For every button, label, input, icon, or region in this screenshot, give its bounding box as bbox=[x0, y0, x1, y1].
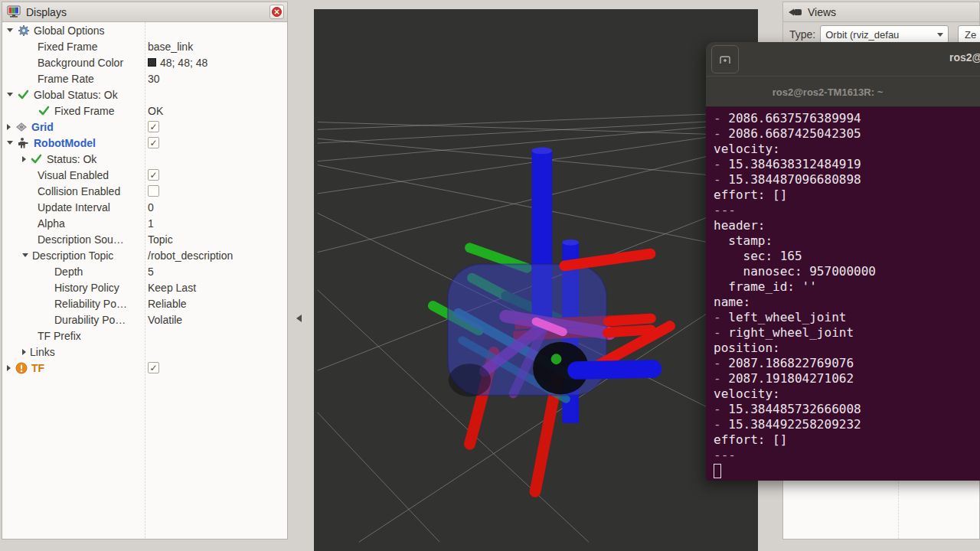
property-value[interactable]: 1 bbox=[148, 215, 154, 231]
property-value[interactable]: 48; 48; 48 bbox=[148, 54, 207, 70]
terminal-window-title: ros2@ bbox=[949, 51, 980, 64]
view-type-label: Type: bbox=[789, 28, 815, 41]
expand-collapsearrow-icon[interactable] bbox=[22, 253, 28, 257]
expand-arrow-icon[interactable] bbox=[22, 156, 26, 162]
panel-collapse-arrow-icon[interactable] bbox=[296, 315, 302, 322]
display-row-history-policy[interactable]: History PolicyKeep Last bbox=[2, 279, 287, 295]
expand-arrow-icon[interactable] bbox=[7, 124, 11, 130]
display-row-fixed-frame[interactable]: Fixed FrameOK bbox=[2, 103, 287, 119]
displays-panel-header[interactable]: Displays bbox=[2, 2, 287, 22]
terminal-titlebar[interactable]: ros2@ bbox=[706, 42, 980, 77]
expand-arrow-icon[interactable] bbox=[22, 349, 26, 355]
expand-collapsearrow-icon[interactable] bbox=[7, 93, 13, 96]
displays-panel: Displays Global OptionsFixed Framebase_l… bbox=[2, 2, 288, 540]
property-value[interactable]: Topic bbox=[148, 231, 173, 247]
display-row-background-color[interactable]: Background Color48; 48; 48 bbox=[2, 54, 287, 70]
expand-collapsearrow-icon[interactable] bbox=[7, 28, 13, 32]
new-tab-button[interactable] bbox=[711, 45, 739, 73]
robot-model-scene bbox=[314, 9, 758, 551]
terminal-line: velocity: bbox=[714, 386, 980, 402]
terminal-line: - 15.384638312484919 bbox=[714, 157, 980, 172]
display-row-collision-enabled[interactable]: Collision Enabled bbox=[2, 183, 287, 199]
display-row-depth[interactable]: Depth5 bbox=[2, 263, 287, 279]
checkbox[interactable] bbox=[148, 137, 159, 148]
check-icon bbox=[17, 89, 30, 101]
terminal-line: position: bbox=[714, 341, 980, 356]
terminal-line: - 15.384485732666008 bbox=[714, 402, 980, 417]
property-label: Durability Po… bbox=[54, 314, 126, 326]
terminal-line: name: bbox=[714, 295, 980, 310]
robot-icon bbox=[17, 137, 30, 149]
3d-viewport[interactable] bbox=[314, 9, 758, 551]
checkbox[interactable] bbox=[148, 362, 159, 373]
terminal-line: effort: [] bbox=[714, 187, 980, 203]
property-label: Update Interval bbox=[38, 201, 110, 214]
display-row-alpha[interactable]: Alpha1 bbox=[2, 215, 287, 231]
property-value[interactable] bbox=[148, 135, 159, 151]
property-value[interactable]: Reliable bbox=[148, 295, 187, 311]
terminal-line: nanosec: 957000000 bbox=[714, 264, 980, 279]
property-value[interactable]: Keep Last bbox=[148, 279, 196, 295]
display-row-global-status-ok[interactable]: Global Status: Ok bbox=[2, 86, 287, 103]
display-row-robotmodel[interactable]: RobotModel bbox=[2, 135, 287, 151]
terminal-tab[interactable]: ros2@ros2-TM1613R: ~ bbox=[706, 77, 949, 107]
property-value[interactable]: base_link bbox=[148, 38, 193, 54]
checkbox[interactable] bbox=[148, 121, 159, 132]
views-panel-title: Views bbox=[808, 6, 836, 18]
property-label: TF Prefix bbox=[38, 330, 81, 342]
property-value[interactable] bbox=[148, 183, 159, 199]
property-label: Fixed Frame bbox=[54, 105, 115, 117]
displays-tree: Global OptionsFixed Framebase_linkBackgr… bbox=[2, 22, 287, 539]
display-row-fixed-frame[interactable]: Fixed Framebase_link bbox=[2, 38, 287, 54]
display-row-grid[interactable]: Grid bbox=[2, 119, 287, 135]
property-value[interactable]: 30 bbox=[148, 70, 160, 86]
display-row-frame-rate[interactable]: Frame Rate30 bbox=[2, 70, 287, 86]
property-value[interactable]: Volatile bbox=[148, 311, 182, 328]
terminal-line: - 15.384487096680898 bbox=[714, 172, 980, 187]
property-value[interactable]: 5 bbox=[148, 263, 154, 279]
zero-button[interactable]: Ze bbox=[958, 25, 980, 44]
checkbox[interactable] bbox=[148, 169, 159, 181]
display-row-description-topic[interactable]: Description Topic/robot_description bbox=[2, 247, 287, 263]
display-row-visual-enabled[interactable]: Visual Enabled bbox=[2, 167, 287, 183]
display-row-status-ok[interactable]: Status: Ok bbox=[2, 151, 287, 167]
property-value[interactable] bbox=[148, 167, 159, 183]
expand-collapsearrow-icon[interactable] bbox=[7, 141, 13, 145]
displays-panel-close-button[interactable] bbox=[270, 5, 284, 19]
terminal-line: --- bbox=[714, 203, 980, 218]
expand-arrow-icon[interactable] bbox=[7, 365, 11, 371]
check-icon bbox=[38, 105, 51, 117]
display-row-description-sou[interactable]: Description Sou…Topic bbox=[2, 231, 287, 247]
view-type-dropdown[interactable]: Orbit (rviz_defau bbox=[820, 25, 949, 44]
checkbox[interactable] bbox=[148, 185, 159, 197]
property-value[interactable] bbox=[148, 360, 159, 376]
property-label: History Policy bbox=[54, 282, 119, 294]
display-row-tf[interactable]: TF bbox=[2, 360, 287, 376]
property-value[interactable]: 0 bbox=[148, 199, 154, 215]
views-panel-header[interactable]: Views bbox=[783, 2, 979, 22]
terminal-output[interactable]: - 2086.6637576389994- 2086.6687425042305… bbox=[706, 107, 980, 481]
property-label: TF bbox=[31, 362, 44, 374]
terminal-line: - 2087.186822769076 bbox=[714, 356, 980, 371]
display-row-global-options[interactable]: Global Options bbox=[2, 22, 287, 38]
property-value[interactable]: /robot_description bbox=[148, 247, 233, 263]
display-row-update-interval[interactable]: Update Interval0 bbox=[2, 199, 287, 215]
display-row-tf-prefix[interactable]: TF Prefix bbox=[2, 328, 287, 344]
display-row-durability-po[interactable]: Durability Po…Volatile bbox=[2, 311, 287, 328]
terminal-line: header: bbox=[714, 218, 980, 233]
property-value[interactable]: OK bbox=[148, 103, 163, 119]
terminal-line: frame_id: '' bbox=[714, 279, 980, 295]
property-value[interactable] bbox=[148, 119, 159, 135]
displays-icon bbox=[7, 5, 21, 18]
warning-icon bbox=[15, 362, 28, 374]
display-row-links[interactable]: Links bbox=[2, 344, 287, 360]
display-row-reliability-po[interactable]: Reliability Po…Reliable bbox=[2, 295, 287, 311]
grid-icon bbox=[15, 121, 28, 133]
property-label: Grid bbox=[31, 121, 54, 133]
property-label: Status: Ok bbox=[47, 153, 96, 165]
terminal-line: - 2086.6687425042305 bbox=[714, 126, 980, 142]
terminal-window: ros2@ ros2@ros2-TM1613R: ~ - 2086.663757… bbox=[706, 42, 980, 481]
property-label: Alpha bbox=[38, 217, 65, 230]
check-icon bbox=[30, 153, 43, 165]
property-label: Visual Enabled bbox=[38, 169, 109, 181]
